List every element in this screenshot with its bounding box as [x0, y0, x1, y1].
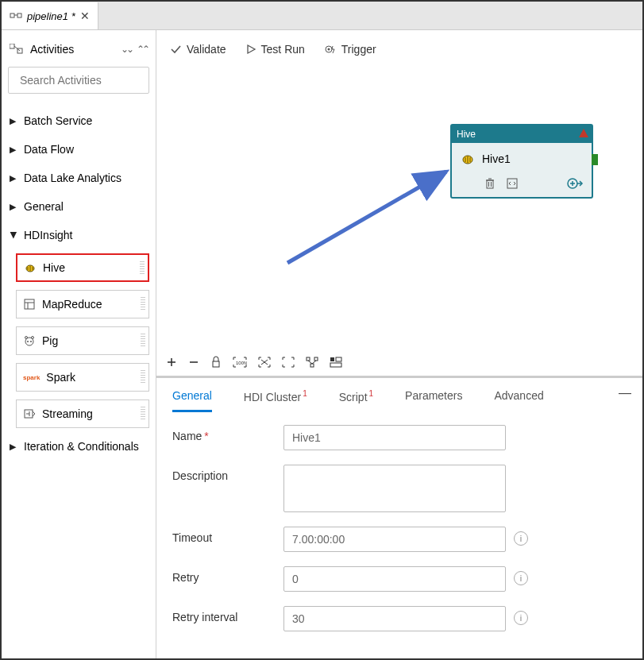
bee-icon	[24, 261, 37, 274]
search-activities[interactable]	[8, 67, 149, 94]
activity-pig[interactable]: Pig	[16, 326, 149, 355]
grip-icon	[141, 297, 145, 311]
trigger-label: Trigger	[341, 43, 376, 56]
collapse-panel-icon[interactable]: —	[619, 386, 631, 400]
mini-view-icon[interactable]	[330, 357, 342, 368]
tab-advanced[interactable]: Advanced	[494, 389, 543, 412]
info-icon[interactable]: i	[514, 611, 528, 625]
timeout-label: Timeout	[172, 527, 283, 544]
editor-tab[interactable]: pipeline1 * ✕	[2, 2, 98, 29]
activities-icon	[10, 44, 24, 55]
name-input[interactable]	[283, 425, 506, 450]
group-label: General	[24, 200, 64, 213]
description-label: Description	[172, 465, 283, 482]
fullscreen-icon[interactable]	[282, 357, 295, 368]
info-icon[interactable]: i	[514, 531, 528, 546]
activity-label: Hive	[43, 261, 65, 274]
annotation-arrow	[276, 124, 466, 283]
properties-panel: — General HDI Cluster1 Script1 Parameter…	[156, 376, 642, 658]
activity-spark[interactable]: spark Spark	[16, 363, 149, 392]
svg-rect-43	[307, 357, 310, 361]
group-label: Data Flow	[24, 143, 74, 156]
group-data-lake-analytics[interactable]: ▶Data Lake Analytics	[8, 165, 149, 191]
activities-label: Activities	[30, 43, 74, 56]
zoom-100-icon[interactable]: 100%	[233, 357, 247, 368]
close-icon[interactable]: ✕	[80, 10, 90, 22]
group-general[interactable]: ▶General	[8, 194, 149, 219]
canvas-area: Validate Test Run Trigger Hive	[156, 30, 642, 658]
svg-text:100%: 100%	[236, 361, 247, 365]
svg-line-47	[312, 361, 316, 364]
output-port[interactable]	[592, 154, 598, 165]
panel-tab-row: General HDI Cluster1 Script1 Parameters …	[156, 378, 642, 412]
retry-input[interactable]	[283, 566, 506, 592]
error-badge: 1	[303, 389, 307, 398]
svg-line-23	[287, 172, 446, 263]
error-badge: 1	[369, 389, 374, 398]
hive-node[interactable]: Hive Hive1	[450, 124, 593, 199]
tab-general[interactable]: General	[172, 389, 212, 412]
node-type-label: Hive	[457, 129, 476, 140]
tab-hdi-cluster[interactable]: HDI Cluster1	[244, 389, 307, 412]
grip-icon	[140, 261, 145, 274]
check-icon	[169, 43, 182, 56]
description-input[interactable]	[283, 465, 506, 512]
group-batch-service[interactable]: ▶Batch Service	[8, 108, 149, 133]
canvas-tool-row: 100%	[156, 348, 642, 376]
svg-point-17	[30, 341, 32, 342]
test-run-label: Test Run	[261, 43, 305, 56]
add-output-icon[interactable]	[566, 176, 584, 191]
svg-rect-48	[330, 357, 334, 361]
svg-point-16	[27, 341, 29, 342]
retry-label: Retry	[172, 566, 283, 584]
retry-interval-input[interactable]	[283, 606, 506, 631]
group-data-flow[interactable]: ▶Data Flow	[8, 137, 149, 162]
svg-point-19	[32, 337, 34, 339]
group-iteration-conditionals[interactable]: ▶Iteration & Conditionals	[8, 434, 149, 459]
play-icon	[245, 44, 256, 55]
canvas-toolbar: Validate Test Run Trigger	[156, 30, 642, 68]
delete-icon[interactable]	[484, 177, 496, 190]
zoom-in-icon[interactable]	[166, 357, 177, 368]
auto-align-icon[interactable]	[306, 357, 318, 368]
trigger-button[interactable]: Trigger	[324, 43, 376, 56]
tab-title: pipeline1 *	[27, 10, 75, 22]
group-label: HDInsight	[24, 229, 72, 241]
tab-bar: pipeline1 * ✕	[2, 2, 642, 30]
node-name-label: Hive1	[482, 152, 511, 165]
info-icon[interactable]: i	[514, 571, 528, 585]
svg-rect-12	[25, 299, 34, 309]
search-input[interactable]	[20, 74, 159, 87]
svg-rect-41	[213, 361, 219, 367]
activity-streaming[interactable]: Streaming	[16, 399, 149, 428]
group-label: Iteration & Conditionals	[24, 440, 139, 453]
tab-script[interactable]: Script1	[339, 389, 373, 412]
general-form: Name* Description Timeout i Retry i	[156, 412, 642, 658]
pipeline-canvas[interactable]: Hive Hive1	[156, 68, 642, 348]
grip-icon	[141, 407, 145, 421]
code-icon[interactable]	[506, 177, 519, 190]
svg-rect-28	[487, 180, 493, 188]
grip-icon	[141, 334, 145, 348]
collapse-all-icon[interactable]: ⌃⌃	[137, 44, 148, 55]
group-label: Data Lake Analytics	[24, 172, 121, 184]
svg-rect-0	[10, 14, 14, 17]
validate-label: Validate	[187, 43, 226, 56]
activity-hive[interactable]: Hive	[16, 253, 149, 282]
test-run-button[interactable]: Test Run	[245, 43, 305, 56]
node-header[interactable]: Hive	[452, 125, 592, 143]
name-label: Name*	[172, 425, 283, 442]
tab-parameters[interactable]: Parameters	[405, 389, 462, 412]
activity-label: MapReduce	[42, 298, 102, 311]
zoom-out-icon[interactable]	[188, 357, 199, 368]
group-hdinsight[interactable]: ▶HDInsight	[8, 222, 149, 248]
timeout-input[interactable]	[283, 527, 506, 552]
expand-all-icon[interactable]: ⌄⌄	[121, 44, 132, 55]
activity-mapreduce[interactable]: MapReduce	[16, 290, 149, 318]
pig-icon	[23, 334, 36, 347]
fit-screen-icon[interactable]	[258, 357, 271, 368]
validate-button[interactable]: Validate	[169, 43, 226, 56]
svg-rect-44	[314, 357, 318, 361]
lock-icon[interactable]	[210, 356, 222, 369]
svg-line-46	[308, 361, 312, 364]
